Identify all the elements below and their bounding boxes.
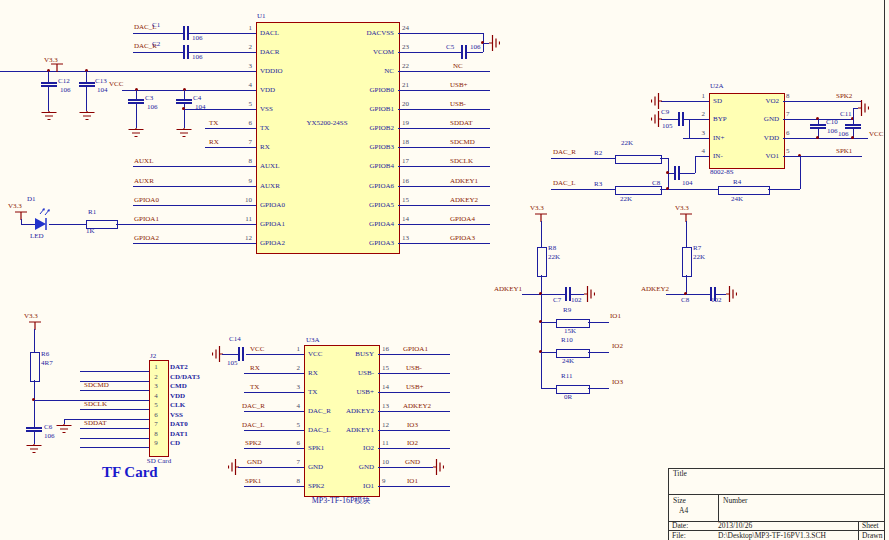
pin-number: 10 [382,458,389,466]
wire [541,221,542,247]
capacitor-c1 [183,26,185,40]
pin-name: GND [308,463,323,471]
pin-number: 14 [382,383,389,391]
wire [133,52,183,53]
wire [686,275,687,294]
net-label: DAC_L [242,421,265,429]
wire [695,156,696,173]
resistor-r11 [556,385,590,394]
wire [185,109,256,110]
wire [686,294,710,295]
net-label: ADKEY1 [450,177,478,185]
pin-name: GPIOA3 [330,239,394,247]
wire [689,119,690,138]
ground-icon [858,99,869,117]
net-label: SDCMD [84,381,109,389]
wire [467,52,483,53]
wire [683,138,709,139]
wire [378,467,433,468]
pin-name: GPIOA2 [260,239,285,247]
pin-name: VDD [170,392,185,400]
wire [695,156,709,157]
net-label: SDDAT [450,119,473,127]
pin-name: GPIOB2 [330,124,394,132]
wire [398,33,483,34]
pin-name: NC [330,67,394,75]
ref-des: C1 [152,21,160,29]
wire [80,371,149,372]
pin-number: 5 [786,147,790,155]
pin-number: 8 [786,92,790,100]
wire [244,373,304,374]
part-value: 22K [548,253,560,261]
net-label: IO2 [407,439,418,447]
pin-name: VO2 [731,97,779,105]
number-label: Number [723,497,748,505]
wire [246,354,304,355]
pin-name: IN+ [713,134,724,142]
junction-dot [816,136,819,139]
net-label: IO1 [610,312,621,320]
drawn-label: Drawn [862,532,882,540]
wire [244,430,304,431]
wire [222,354,238,355]
part-value: 105 [227,359,238,367]
part-value: 106 [147,103,158,111]
wire [133,33,183,34]
net-label: ADKEY1 [494,285,522,293]
ground-icon [584,285,595,303]
capacitor-c1 [187,26,189,40]
net-label: VCC [250,345,264,353]
date-label: Date: [672,522,688,530]
ground-icon [726,285,737,303]
net-label: DAC_L [553,179,576,187]
wire [244,411,304,412]
wire [48,71,49,82]
pin-number: 7 [786,110,790,118]
title-block-line [718,494,719,521]
wire [588,352,609,353]
wire [666,294,686,295]
ref-des: R6 [41,350,49,358]
pin-name: VCOM [330,48,394,56]
part-value: 22K [621,139,633,147]
net-label: SPK2 [245,439,261,447]
pin-number: 3 [149,382,163,390]
size-label: Size [673,497,686,505]
power-label: V3.3 [675,204,689,212]
wire [133,186,256,187]
pin-name: VDDIO [260,67,283,75]
pin-number: 9 [149,439,163,447]
ref-des: R4 [733,178,741,186]
net-label: IO3 [407,421,418,429]
pin-name: GPIOA4 [330,220,394,228]
wire [378,448,450,449]
wire [398,128,490,129]
net-label: GPIOA2 [134,234,159,242]
ref-des-u3a: U3A [306,336,320,344]
ref-des: C6 [44,423,52,431]
part-value: 22K [693,253,705,261]
wire [49,224,86,225]
file-label: File: [672,532,686,540]
ref-des: C7 [553,296,561,304]
net-label: USB- [406,364,422,372]
part-value: 104 [97,86,108,94]
wire [398,71,490,72]
part-u2a: 8002-8S [710,168,734,176]
pin-name: VSS [260,105,273,113]
part-value: 105 [662,122,673,130]
wire [541,294,565,295]
pin-number: 11 [382,439,389,447]
wire [34,380,35,400]
wire [398,147,490,148]
ref-des-u2a: U2A [710,82,724,90]
pin-name: GPIOB3 [330,143,394,151]
wire [783,138,868,139]
wire [588,388,609,389]
ground-icon [78,111,96,122]
pin-number: 4 [691,147,705,155]
wire [398,109,490,110]
pin-number: 1 [284,345,300,353]
ref-des: C12 [58,77,70,85]
